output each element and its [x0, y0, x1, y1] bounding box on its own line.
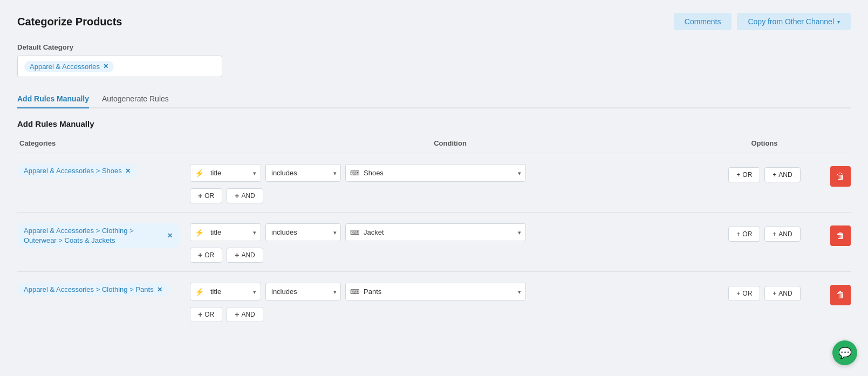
- bolt-icon-1: ⚡: [190, 169, 208, 177]
- plus-icon: +: [736, 290, 740, 297]
- rule-3-title-select-wrapper: ⚡ title description brand SKU: [190, 283, 261, 300]
- rule-row: Apparel & Accessories > Shoes ✕ ⚡ title …: [17, 164, 851, 203]
- plus-icon: +: [736, 230, 740, 238]
- rule-3-delete-button[interactable]: 🗑: [830, 285, 851, 305]
- rule-2-or-button[interactable]: + OR: [190, 248, 222, 263]
- rule-3-delete-col: 🗑: [818, 283, 851, 305]
- plus-icon: +: [198, 251, 202, 259]
- grid-icon-2: ⌨: [346, 229, 364, 236]
- default-category-remove[interactable]: ✕: [103, 63, 108, 70]
- rule-1-category-col: Apparel & Accessories > Shoes ✕: [17, 164, 190, 177]
- rule-2-category-col: Apparel & Accessories > Clothing > Outer…: [17, 223, 190, 248]
- rule-1-delete-col: 🗑: [818, 164, 851, 187]
- rule-3-btn-row: + OR + AND: [190, 307, 710, 322]
- plus-icon: +: [773, 171, 776, 179]
- bolt-icon-2: ⚡: [190, 228, 208, 237]
- default-category-box[interactable]: Apparel & Accessories ✕: [17, 56, 222, 77]
- rule-1-and-button[interactable]: + AND: [227, 188, 263, 203]
- chevron-down-icon: ▾: [837, 19, 840, 25]
- plus-icon: +: [773, 290, 776, 297]
- default-category-tag: Apparel & Accessories ✕: [24, 61, 114, 72]
- rule-1-value-wrapper: ⌨ Shoes Boots Sandals: [345, 164, 526, 182]
- copy-channel-button[interactable]: Copy from Other Channel ▾: [737, 13, 851, 30]
- tab-add-rules-manually[interactable]: Add Rules Manually: [17, 90, 89, 108]
- rule-2-includes-select[interactable]: includes excludes equals: [265, 223, 341, 241]
- rule-2-options-col: + OR + AND: [710, 223, 818, 242]
- rule-row: Apparel & Accessories > Clothing > Pants…: [17, 283, 851, 322]
- rule-2-condition-row: ⚡ title description brand SKU includes e…: [190, 223, 710, 241]
- rule-2-category-tag: Apparel & Accessories > Clothing > Outer…: [17, 223, 179, 248]
- rule-1-includes-wrapper: includes excludes equals: [265, 164, 341, 182]
- grid-icon-3: ⌨: [346, 288, 364, 296]
- plus-icon: +: [235, 310, 239, 319]
- rule-2-condition-col: ⚡ title description brand SKU includes e…: [190, 223, 710, 263]
- rule-1-condition-col: ⚡ title description brand SKU includes e…: [190, 164, 710, 203]
- rule-3-category-col: Apparel & Accessories > Clothing > Pants…: [17, 283, 190, 296]
- plus-icon: +: [736, 171, 740, 179]
- rule-1-title-select[interactable]: title description brand SKU: [208, 165, 261, 181]
- rule-row: Apparel & Accessories > Clothing > Outer…: [17, 223, 851, 263]
- rule-1-value-select[interactable]: Shoes Boots Sandals: [364, 165, 525, 181]
- rule-2-category-remove[interactable]: ✕: [167, 231, 173, 241]
- rule-1-btn-row: + OR + AND: [190, 188, 710, 203]
- rule-3-value-select[interactable]: Pants Jeans Trousers: [364, 283, 525, 300]
- rule-2-delete-button[interactable]: 🗑: [830, 225, 851, 246]
- rule-2-btn-row: + OR + AND: [190, 248, 710, 263]
- rule-1-options-col: + OR + AND: [710, 164, 818, 182]
- rule-3-options-col: + OR + AND: [710, 283, 818, 301]
- column-headers: Categories Condition Options: [17, 139, 851, 147]
- divider-1: [17, 153, 851, 153]
- rule-3-title-select[interactable]: title description brand SKU: [208, 283, 261, 300]
- rule-2-and-button[interactable]: + AND: [227, 248, 263, 263]
- plus-icon: +: [235, 251, 239, 259]
- rule-1-category-tag: Apparel & Accessories > Shoes ✕: [17, 164, 137, 177]
- rule-3-and-button[interactable]: + AND: [227, 307, 263, 322]
- rule-2-value-wrapper: ⌨ Jacket Coat Parka: [345, 223, 526, 241]
- rules-section-title: Add Rules Manually: [17, 119, 851, 128]
- grid-icon-1: ⌨: [346, 169, 364, 177]
- rule-1-title-select-wrapper: ⚡ title description brand SKU: [190, 164, 261, 182]
- rule-1-condition-row: ⚡ title description brand SKU includes e…: [190, 164, 710, 182]
- divider-2: [17, 212, 851, 213]
- rule-1-delete-button[interactable]: 🗑: [830, 166, 851, 187]
- rule-2-includes-wrapper: includes excludes equals: [265, 223, 341, 241]
- plus-icon: +: [198, 192, 202, 200]
- rule-3-or-button[interactable]: + OR: [190, 307, 222, 322]
- rule-2-delete-col: 🗑: [818, 223, 851, 246]
- rule-2-title-select-wrapper: ⚡ title description brand SKU: [190, 223, 261, 241]
- rule-2-or-option-button[interactable]: + OR: [728, 227, 760, 242]
- rule-3-condition-col: ⚡ title description brand SKU includes e…: [190, 283, 710, 322]
- bolt-icon-3: ⚡: [190, 288, 208, 296]
- chat-bubble[interactable]: 💬: [832, 340, 857, 365]
- rule-3-includes-wrapper: includes excludes equals: [265, 283, 341, 300]
- trash-icon: 🗑: [836, 231, 845, 241]
- default-category-label: Default Category: [17, 43, 851, 51]
- rule-1-category-remove[interactable]: ✕: [125, 167, 131, 175]
- rule-1-or-option-button[interactable]: + OR: [728, 167, 760, 182]
- col-header-categories: Categories: [17, 139, 190, 147]
- page-header: Categorize Products Comments Copy from O…: [17, 13, 851, 30]
- tab-autogenerate-rules[interactable]: Autogenerate Rules: [102, 90, 169, 108]
- page-container: Categorize Products Comments Copy from O…: [0, 0, 868, 376]
- rule-3-condition-row: ⚡ title description brand SKU includes e…: [190, 283, 710, 300]
- rule-3-value-wrapper: ⌨ Pants Jeans Trousers: [345, 283, 526, 300]
- rule-1-or-button[interactable]: + OR: [190, 188, 222, 203]
- plus-icon: +: [773, 230, 776, 238]
- rule-3-includes-select[interactable]: includes excludes equals: [265, 283, 341, 300]
- plus-icon: +: [235, 192, 239, 200]
- tabs-bar: Add Rules Manually Autogenerate Rules: [17, 90, 851, 108]
- rule-2-title-select[interactable]: title description brand SKU: [208, 224, 261, 241]
- rule-3-and-option-button[interactable]: + AND: [764, 286, 800, 301]
- trash-icon: 🗑: [836, 172, 845, 181]
- rule-2-value-select[interactable]: Jacket Coat Parka: [364, 224, 525, 241]
- col-header-options: Options: [710, 139, 818, 147]
- rule-3-or-option-button[interactable]: + OR: [728, 286, 760, 301]
- rule-3-category-remove[interactable]: ✕: [157, 286, 162, 293]
- rule-2-and-option-button[interactable]: + AND: [764, 227, 800, 242]
- rule-1-includes-select[interactable]: includes excludes equals: [265, 164, 341, 182]
- page-title: Categorize Products: [17, 16, 122, 28]
- divider-3: [17, 271, 851, 272]
- header-buttons: Comments Copy from Other Channel ▾: [674, 13, 851, 30]
- rule-1-and-option-button[interactable]: + AND: [764, 167, 800, 182]
- comments-button[interactable]: Comments: [674, 13, 732, 30]
